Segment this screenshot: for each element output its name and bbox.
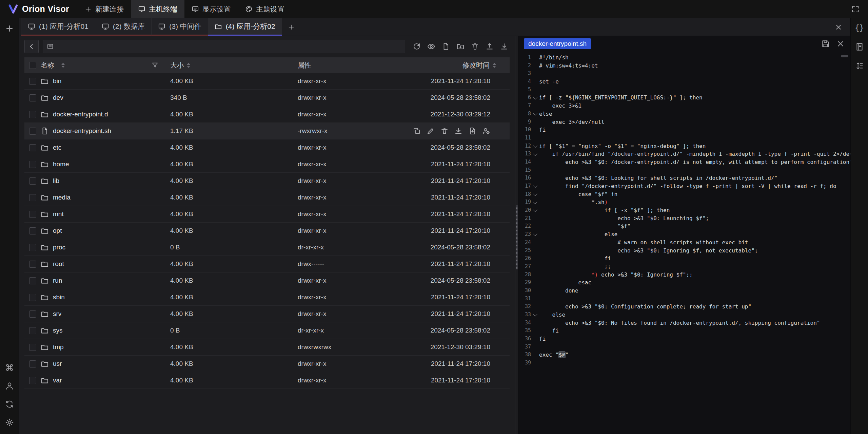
select-all-checkbox[interactable] bbox=[29, 62, 36, 69]
file-row[interactable]: media4.00 KBdrwxr-xr-x2021-11-24 17:20:1… bbox=[24, 189, 510, 206]
file-row[interactable]: opt4.00 KBdrwxr-xr-x2021-11-24 17:20:10 bbox=[24, 223, 510, 239]
path-input[interactable] bbox=[43, 40, 405, 53]
fullscreen-button[interactable] bbox=[843, 0, 868, 18]
code-line[interactable]: 36fi bbox=[518, 335, 850, 343]
file-name[interactable]: etc bbox=[53, 144, 61, 151]
file-name[interactable]: proc bbox=[53, 244, 65, 251]
code-line[interactable]: 4set -e bbox=[518, 78, 850, 86]
row-checkbox[interactable] bbox=[29, 144, 36, 151]
row-checkbox[interactable] bbox=[29, 277, 36, 284]
file-row[interactable]: sbin4.00 KBdrwxr-xr-x2021-11-24 17:20:10 bbox=[24, 289, 510, 306]
file-name[interactable]: run bbox=[53, 277, 62, 284]
add-tab-button[interactable] bbox=[282, 18, 300, 36]
permission-icon[interactable] bbox=[482, 127, 490, 135]
code-line[interactable]: 25 echo >&3 "$0: Ignoring $f, not execut… bbox=[518, 247, 850, 255]
code-line[interactable]: 35 fi bbox=[518, 327, 850, 335]
fold-gutter[interactable] bbox=[531, 94, 539, 102]
row-checkbox[interactable] bbox=[29, 294, 36, 301]
code-line[interactable]: 31 bbox=[518, 295, 850, 303]
file-row[interactable]: mnt4.00 KBdrwxr-xr-x2021-11-24 17:20:10 bbox=[24, 206, 510, 223]
file-row[interactable]: docker-entrypoint.d4.00 KBdrwxr-xr-x2021… bbox=[24, 106, 510, 123]
row-checkbox[interactable] bbox=[29, 310, 36, 318]
fold-gutter[interactable] bbox=[531, 150, 539, 158]
download-icon[interactable] bbox=[500, 42, 508, 51]
file-name[interactable]: srv bbox=[53, 310, 61, 318]
code-line[interactable]: 1#!/bin/sh bbox=[518, 54, 850, 62]
code-line[interactable]: 28 *) echo >&3 "$0: Ignoring $f";; bbox=[518, 271, 850, 279]
panel-splitter[interactable] bbox=[515, 36, 518, 434]
file-name[interactable]: root bbox=[53, 260, 64, 268]
code-line[interactable]: 18 case "$f" in bbox=[518, 190, 850, 199]
file-row[interactable]: lib4.00 KBdrwxr-xr-x2021-11-24 17:20:10 bbox=[24, 173, 510, 189]
row-checkbox[interactable] bbox=[29, 244, 36, 251]
code-line[interactable]: 7 exec 3>&1 bbox=[518, 102, 850, 110]
code-line[interactable]: 27 ;; bbox=[518, 263, 850, 271]
code-line[interactable]: 30 done bbox=[518, 287, 850, 295]
code-editor[interactable]: 1#!/bin/sh2# vim:sw=4:ts=4:et34set -e56i… bbox=[518, 52, 850, 434]
close-editor-icon[interactable] bbox=[836, 39, 845, 48]
fold-gutter[interactable] bbox=[531, 190, 539, 199]
code-line[interactable]: 6if [ -z "${NGINX_ENTRYPOINT_QUIET_LOGS:… bbox=[518, 94, 850, 102]
code-line[interactable]: 33 else bbox=[518, 311, 850, 319]
row-checkbox[interactable] bbox=[29, 111, 36, 118]
code-line[interactable]: 22 "$f" bbox=[518, 222, 850, 230]
code-line[interactable]: 11 bbox=[518, 134, 850, 142]
file-name[interactable]: opt bbox=[53, 227, 62, 234]
delete-icon[interactable] bbox=[440, 127, 449, 135]
fold-gutter[interactable] bbox=[531, 142, 539, 150]
code-line[interactable]: 14 echo >&3 "$0: /docker-entrypoint.d/ i… bbox=[518, 158, 850, 166]
create-file-icon[interactable] bbox=[442, 42, 450, 51]
file-row[interactable]: srv4.00 KBdrwxr-xr-x2021-11-24 17:20:10 bbox=[24, 306, 510, 322]
command-snippets-button[interactable] bbox=[3, 361, 16, 374]
row-checkbox[interactable] bbox=[29, 94, 36, 101]
nav-host-terminal[interactable]: 主机终端 bbox=[131, 0, 184, 18]
sort-size-button[interactable] bbox=[187, 63, 190, 68]
code-line[interactable]: 9 exec 3>/dev/null bbox=[518, 118, 850, 126]
file-name[interactable]: media bbox=[53, 194, 71, 201]
file-name[interactable]: sbin bbox=[53, 294, 65, 301]
file-name[interactable]: home bbox=[53, 161, 69, 168]
row-checkbox[interactable] bbox=[29, 194, 36, 201]
upload-icon[interactable] bbox=[486, 42, 494, 51]
new-connection-button[interactable] bbox=[3, 22, 16, 35]
save-icon[interactable] bbox=[821, 39, 830, 48]
row-checkbox[interactable] bbox=[29, 227, 36, 234]
nav-display-settings[interactable]: 显示设置 bbox=[184, 0, 238, 18]
code-line[interactable]: 13 if /usr/bin/find "/docker-entrypoint.… bbox=[518, 150, 850, 158]
file-name[interactable]: sys bbox=[53, 327, 63, 334]
filter-icon[interactable] bbox=[151, 61, 159, 69]
settings-button[interactable] bbox=[3, 416, 16, 429]
fold-gutter[interactable] bbox=[531, 182, 539, 190]
tab-middleware[interactable]: (3) 中间件 bbox=[152, 18, 208, 36]
notebook-button[interactable] bbox=[853, 40, 866, 54]
path-list-icon[interactable] bbox=[46, 43, 54, 50]
file-name[interactable]: mnt bbox=[53, 210, 64, 218]
transfer-button[interactable] bbox=[3, 397, 16, 411]
duplicate-icon[interactable] bbox=[468, 127, 476, 135]
brand[interactable]: Orion Visor bbox=[0, 0, 77, 18]
row-checkbox[interactable] bbox=[29, 177, 36, 185]
row-checkbox[interactable] bbox=[29, 360, 36, 367]
refresh-icon[interactable] bbox=[413, 42, 421, 51]
code-line[interactable]: 38exec "$@" bbox=[518, 351, 850, 359]
copy-icon[interactable] bbox=[413, 127, 421, 135]
preview-eye-icon[interactable] bbox=[427, 42, 435, 51]
code-line[interactable]: 37 bbox=[518, 343, 850, 351]
row-checkbox[interactable] bbox=[29, 377, 36, 384]
file-name[interactable]: bin bbox=[53, 77, 61, 85]
code-line[interactable]: 5 bbox=[518, 86, 850, 94]
fold-gutter[interactable] bbox=[531, 230, 539, 239]
row-checkbox[interactable] bbox=[29, 261, 36, 268]
code-line[interactable]: 12if [ "$1" = "nginx" -o "$1" = "nginx-d… bbox=[518, 142, 850, 150]
file-row[interactable]: sys0 Bdr-xr-xr-x2024-05-28 23:58:02 bbox=[24, 322, 510, 339]
contacts-button[interactable] bbox=[3, 379, 16, 393]
editor-scrollbar-thumb[interactable] bbox=[841, 55, 848, 57]
fold-gutter[interactable] bbox=[531, 311, 539, 319]
nav-theme-settings[interactable]: 主题设置 bbox=[238, 0, 292, 18]
splitter-grip[interactable] bbox=[516, 205, 518, 269]
file-row[interactable]: usr4.00 KBdrwxr-xr-x2021-11-24 17:20:10 bbox=[24, 356, 510, 372]
file-row[interactable]: proc0 Bdr-xr-xr-x2024-05-28 23:58:02 bbox=[24, 239, 510, 256]
code-line[interactable]: 21 echo >&3 "$0: Launching $f"; bbox=[518, 214, 850, 223]
row-checkbox[interactable] bbox=[29, 128, 36, 135]
row-checkbox[interactable] bbox=[29, 211, 36, 218]
